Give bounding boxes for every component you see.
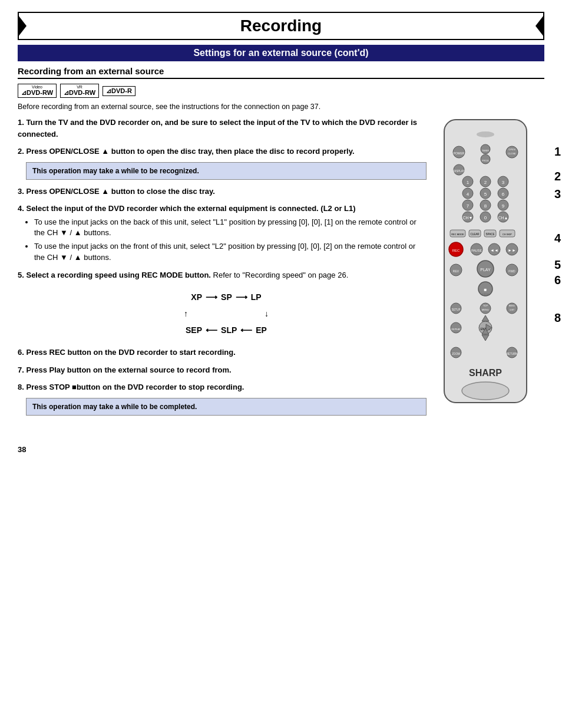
page-number: 38	[18, 445, 544, 454]
svg-text:2: 2	[484, 180, 487, 185]
step-6: 6. Press REC button on the DVD recorder …	[18, 347, 427, 358]
step-1: 1. Turn the TV and the DVD recorder on, …	[18, 117, 427, 140]
step-7-label: 7.	[18, 365, 26, 374]
step-2-label: 2.	[18, 147, 26, 156]
callout-8: 8	[554, 311, 561, 325]
step-2: 2. Press OPEN/CLOSE ▲ button to open the…	[18, 146, 427, 180]
speed-ep: EP	[256, 322, 267, 338]
step-4-bullet-1: To use the input jacks on the back of th…	[34, 217, 427, 239]
svg-point-1	[477, 131, 494, 137]
svg-text:◄◄: ◄◄	[490, 248, 498, 252]
svg-text:ZOOM: ZOOM	[452, 353, 460, 355]
speed-up-arrow: ↑	[184, 305, 188, 322]
step-4-text: Select the input of the DVD recorder whi…	[26, 204, 355, 213]
step-3-label: 3.	[18, 187, 26, 196]
callout-4: 4	[554, 232, 561, 245]
step-4-label: 4.	[18, 204, 26, 213]
speed-row-1: XP ⟶ SP ⟶ LP	[26, 289, 427, 305]
badge-dvd-r-text: ⊿DVD-R	[106, 87, 132, 95]
svg-text:REC MODE: REC MODE	[451, 233, 464, 236]
badge-dvd-r: ⊿DVD-R	[103, 86, 135, 96]
svg-text:SHARP: SHARP	[469, 368, 502, 378]
speed-arrow-4: ⟵	[240, 322, 252, 338]
svg-text:9: 9	[502, 203, 505, 209]
speed-arrow-3: ⟵	[206, 322, 217, 338]
svg-text:OPEN: OPEN	[508, 148, 515, 151]
step-4: 4. Select the input of the DVD recorder …	[18, 203, 427, 263]
badge-dvd-rw-vr: VR ⊿DVD-RW	[60, 84, 99, 98]
callout-1: 1	[554, 145, 561, 159]
svg-text:DISPLAY: DISPLAY	[454, 170, 465, 173]
step-3: 3. Press OPEN/CLOSE ▲ button to close th…	[18, 186, 427, 197]
step-5: 5. Select a recording speed using REC MO…	[18, 269, 427, 281]
svg-text:FWD: FWD	[508, 269, 515, 273]
step-8: 8. Press STOP ■button on the DVD recorde…	[18, 381, 427, 416]
svg-text:PAUSE: PAUSE	[471, 249, 482, 252]
badge-dvd-rw-vr-text: ⊿DVD-RW	[64, 89, 95, 97]
svg-text:8: 8	[484, 203, 487, 209]
step-7-text: Press Play button on the external source…	[26, 365, 231, 374]
speed-sp: SP	[221, 289, 232, 305]
svg-text:/LIST: /LIST	[510, 309, 515, 311]
svg-text:SPACE: SPACE	[486, 233, 495, 236]
badge-vr-label: VR	[77, 85, 82, 89]
step-1-label: 1.	[18, 118, 26, 127]
badge-dvd-rw-video: Video ⊿DVD-RW	[18, 84, 57, 98]
page-title-container: Recording	[18, 12, 544, 40]
page-title: Recording	[240, 17, 322, 35]
step-4-bullet-2: To use the input jacks on the front of t…	[34, 241, 427, 263]
speed-row-2: SEP ⟵ SLP ⟵ EP	[26, 322, 427, 338]
badge-video-label: Video	[32, 85, 42, 89]
svg-text:STOP: STOP	[482, 294, 489, 297]
speed-arrow-2: ⟶	[236, 289, 247, 305]
step-4-bullets: To use the input jacks on the back of th…	[18, 217, 427, 263]
svg-text:CLEAR: CLEAR	[470, 233, 480, 236]
speed-arrow-1: ⟶	[206, 289, 217, 305]
svg-text:0: 0	[484, 215, 487, 220]
callout-3: 3	[554, 187, 561, 201]
svg-text:1: 1	[467, 180, 470, 185]
svg-text:■: ■	[484, 287, 487, 292]
svg-text:CH SKIP: CH SKIP	[503, 233, 512, 236]
text-content: 1. Turn the TV and the DVD recorder on, …	[18, 117, 427, 421]
section-header: Settings for an external source (cont'd)	[18, 45, 544, 61]
callout-2: 2	[554, 170, 561, 183]
svg-text:MENU: MENU	[482, 308, 489, 311]
step-6-text: Press REC button on the DVD recorder to …	[26, 348, 235, 357]
step-8-label: 8.	[18, 383, 26, 391]
intro-text: Before recording from an external source…	[18, 103, 544, 111]
svg-text:5: 5	[484, 192, 487, 197]
svg-text:REV: REV	[453, 269, 459, 273]
step-5-text: Select a recording speed using REC MODE …	[26, 271, 211, 279]
main-content: 1. Turn the TV and the DVD recorder on, …	[18, 117, 544, 421]
speed-slp: SLP	[221, 322, 237, 338]
svg-text:3: 3	[502, 180, 505, 185]
badge-dvd-rw-video-text: ⊿DVD-RW	[21, 89, 53, 97]
svg-text:REC: REC	[452, 249, 460, 252]
svg-text:TOP: TOP	[483, 304, 488, 307]
svg-text:CH▲: CH▲	[498, 216, 508, 220]
step-5-label: 5.	[18, 271, 26, 279]
step-2-text: Press OPEN/CLOSE ▲ button to open the di…	[26, 147, 354, 156]
svg-text:MENU: MENU	[509, 305, 515, 307]
step-8-text: Press STOP ■button on the DVD recorder t…	[26, 383, 244, 391]
callout-6: 6	[554, 274, 561, 287]
remote-svg: POWER TIMER PROG OPEN CLOSE DISPLAY 1 2 …	[438, 117, 533, 411]
sub-header: Recording from an external source	[18, 66, 544, 79]
svg-text:RETURN: RETURN	[507, 353, 518, 355]
speed-xp: XP	[191, 289, 202, 305]
callout-5: 5	[554, 258, 561, 272]
svg-text:REPEAT: REPEAT	[451, 328, 461, 331]
step-1-text: Turn the TV and the DVD recorder on, and…	[18, 118, 417, 139]
svg-text:PROG: PROG	[482, 159, 489, 162]
svg-text:4: 4	[467, 192, 470, 197]
speed-sep: SEP	[186, 322, 202, 338]
speed-vertical-arrows: ↑ ↓	[26, 305, 427, 322]
svg-text:CH▼: CH▼	[462, 216, 472, 220]
svg-text:7: 7	[467, 203, 470, 209]
note-box-1: This operation may take a while to be re…	[26, 162, 427, 180]
svg-text:TIMER: TIMER	[482, 149, 490, 152]
svg-text:CLOSE: CLOSE	[508, 152, 516, 155]
svg-text:PLAY: PLAY	[480, 268, 491, 272]
format-badges: Video ⊿DVD-RW VR ⊿DVD-RW ⊿DVD-R	[18, 84, 544, 98]
